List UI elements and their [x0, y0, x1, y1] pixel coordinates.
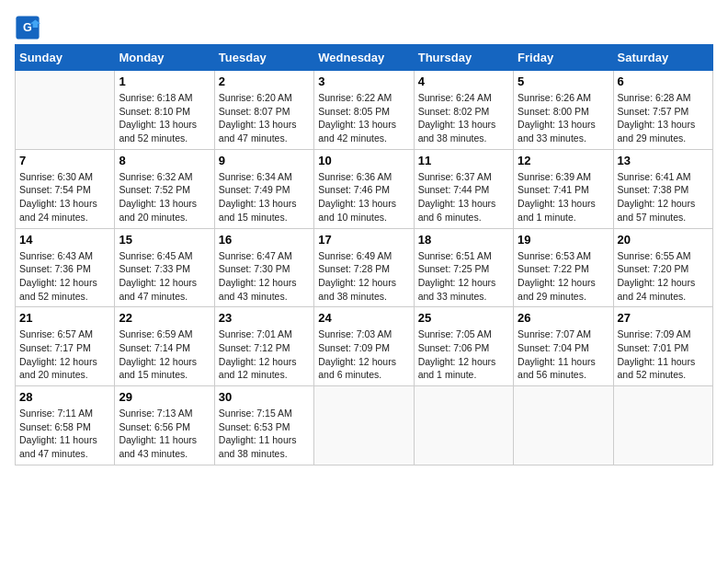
calendar-cell: 15Sunrise: 6:45 AM Sunset: 7:33 PM Dayli…	[115, 228, 214, 307]
calendar-cell: 24Sunrise: 7:03 AM Sunset: 7:09 PM Dayli…	[314, 307, 414, 386]
day-content: Sunrise: 6:24 AM Sunset: 8:02 PM Dayligh…	[418, 91, 509, 145]
day-content: Sunrise: 7:09 AM Sunset: 7:01 PM Dayligh…	[618, 327, 709, 382]
day-content: Sunrise: 6:41 AM Sunset: 7:38 PM Dayligh…	[618, 170, 709, 224]
calendar-cell: 3Sunrise: 6:22 AM Sunset: 8:05 PM Daylig…	[314, 71, 414, 150]
day-content: Sunrise: 6:53 AM Sunset: 7:22 PM Dayligh…	[518, 249, 609, 304]
day-content: Sunrise: 6:22 AM Sunset: 8:05 PM Dayligh…	[318, 91, 409, 145]
calendar-cell: 30Sunrise: 7:15 AM Sunset: 6:53 PM Dayli…	[214, 386, 313, 465]
day-content: Sunrise: 6:39 AM Sunset: 7:41 PM Dayligh…	[518, 170, 609, 224]
day-content: Sunrise: 7:15 AM Sunset: 6:53 PM Dayligh…	[219, 407, 310, 461]
calendar-cell: 26Sunrise: 7:07 AM Sunset: 7:04 PM Dayli…	[514, 307, 613, 386]
day-content: Sunrise: 6:30 AM Sunset: 7:54 PM Dayligh…	[19, 170, 110, 224]
day-content: Sunrise: 7:07 AM Sunset: 7:04 PM Dayligh…	[518, 327, 609, 382]
calendar-cell: 1Sunrise: 6:18 AM Sunset: 8:10 PM Daylig…	[115, 71, 214, 150]
day-number: 24	[318, 311, 409, 325]
day-number: 3	[318, 75, 409, 88]
calendar-cell	[613, 386, 712, 465]
day-content: Sunrise: 7:13 AM Sunset: 6:56 PM Dayligh…	[119, 407, 210, 461]
calendar-cell	[514, 386, 613, 465]
weekday-header-tuesday: Tuesday	[214, 45, 313, 71]
calendar-cell: 19Sunrise: 6:53 AM Sunset: 7:22 PM Dayli…	[514, 228, 613, 307]
day-content: Sunrise: 7:11 AM Sunset: 6:58 PM Dayligh…	[19, 407, 110, 461]
day-number: 15	[119, 233, 210, 247]
day-content: Sunrise: 6:49 AM Sunset: 7:28 PM Dayligh…	[318, 249, 409, 304]
day-number: 4	[418, 75, 509, 88]
calendar-cell: 13Sunrise: 6:41 AM Sunset: 7:38 PM Dayli…	[613, 149, 712, 228]
calendar-cell: 28Sunrise: 7:11 AM Sunset: 6:58 PM Dayli…	[16, 386, 115, 465]
day-number: 23	[219, 311, 310, 325]
calendar-week-row: 1Sunrise: 6:18 AM Sunset: 8:10 PM Daylig…	[16, 71, 713, 150]
day-content: Sunrise: 6:37 AM Sunset: 7:44 PM Dayligh…	[418, 170, 509, 224]
calendar-cell: 16Sunrise: 6:47 AM Sunset: 7:30 PM Dayli…	[214, 228, 313, 307]
weekday-header-friday: Friday	[514, 45, 613, 71]
day-content: Sunrise: 7:03 AM Sunset: 7:09 PM Dayligh…	[318, 327, 409, 382]
day-number: 19	[518, 233, 609, 247]
calendar-cell: 4Sunrise: 6:24 AM Sunset: 8:02 PM Daylig…	[414, 71, 513, 150]
day-content: Sunrise: 6:43 AM Sunset: 7:36 PM Dayligh…	[19, 249, 110, 304]
calendar-cell: 17Sunrise: 6:49 AM Sunset: 7:28 PM Dayli…	[314, 228, 414, 307]
day-content: Sunrise: 6:59 AM Sunset: 7:14 PM Dayligh…	[119, 327, 210, 382]
day-content: Sunrise: 7:01 AM Sunset: 7:12 PM Dayligh…	[219, 327, 310, 382]
day-number: 21	[19, 311, 110, 325]
calendar-cell: 7Sunrise: 6:30 AM Sunset: 7:54 PM Daylig…	[16, 149, 115, 228]
day-number: 2	[219, 75, 310, 88]
day-content: Sunrise: 7:05 AM Sunset: 7:06 PM Dayligh…	[418, 327, 509, 382]
day-content: Sunrise: 6:45 AM Sunset: 7:33 PM Dayligh…	[119, 249, 210, 304]
calendar-cell: 27Sunrise: 7:09 AM Sunset: 7:01 PM Dayli…	[613, 307, 712, 386]
logo: G	[15, 15, 42, 40]
weekday-header-monday: Monday	[115, 45, 214, 71]
calendar-cell: 12Sunrise: 6:39 AM Sunset: 7:41 PM Dayli…	[514, 149, 613, 228]
calendar-cell: 9Sunrise: 6:34 AM Sunset: 7:49 PM Daylig…	[214, 149, 313, 228]
day-content: Sunrise: 6:57 AM Sunset: 7:17 PM Dayligh…	[19, 327, 110, 382]
day-number: 11	[418, 154, 509, 167]
day-content: Sunrise: 6:55 AM Sunset: 7:20 PM Dayligh…	[618, 249, 709, 304]
calendar-cell	[16, 71, 115, 150]
calendar-cell: 6Sunrise: 6:28 AM Sunset: 7:57 PM Daylig…	[613, 71, 712, 150]
weekday-header-row: SundayMondayTuesdayWednesdayThursdayFrid…	[16, 45, 713, 71]
day-number: 12	[518, 154, 609, 167]
day-number: 17	[318, 233, 409, 247]
weekday-header-wednesday: Wednesday	[314, 45, 414, 71]
calendar-cell: 18Sunrise: 6:51 AM Sunset: 7:25 PM Dayli…	[414, 228, 513, 307]
calendar-cell: 29Sunrise: 7:13 AM Sunset: 6:56 PM Dayli…	[115, 386, 214, 465]
calendar-cell: 2Sunrise: 6:20 AM Sunset: 8:07 PM Daylig…	[214, 71, 313, 150]
day-number: 7	[19, 154, 110, 167]
day-content: Sunrise: 6:34 AM Sunset: 7:49 PM Dayligh…	[219, 170, 310, 224]
day-number: 13	[618, 154, 709, 167]
day-number: 29	[119, 390, 210, 404]
calendar-cell: 23Sunrise: 7:01 AM Sunset: 7:12 PM Dayli…	[214, 307, 313, 386]
calendar-week-row: 7Sunrise: 6:30 AM Sunset: 7:54 PM Daylig…	[16, 149, 713, 228]
day-number: 26	[518, 311, 609, 325]
day-number: 6	[618, 75, 709, 88]
logo-icon: G	[15, 15, 40, 40]
calendar-cell	[314, 386, 414, 465]
day-number: 25	[418, 311, 509, 325]
day-content: Sunrise: 6:32 AM Sunset: 7:52 PM Dayligh…	[119, 170, 210, 224]
weekday-header-thursday: Thursday	[414, 45, 513, 71]
calendar-cell: 20Sunrise: 6:55 AM Sunset: 7:20 PM Dayli…	[613, 228, 712, 307]
day-content: Sunrise: 6:26 AM Sunset: 8:00 PM Dayligh…	[518, 91, 609, 145]
calendar-cell: 25Sunrise: 7:05 AM Sunset: 7:06 PM Dayli…	[414, 307, 513, 386]
calendar-week-row: 21Sunrise: 6:57 AM Sunset: 7:17 PM Dayli…	[16, 307, 713, 386]
weekday-header-saturday: Saturday	[613, 45, 712, 71]
calendar-table: SundayMondayTuesdayWednesdayThursdayFrid…	[15, 44, 713, 465]
day-number: 5	[518, 75, 609, 88]
day-content: Sunrise: 6:28 AM Sunset: 7:57 PM Dayligh…	[618, 91, 709, 145]
day-number: 28	[19, 390, 110, 404]
calendar-cell: 8Sunrise: 6:32 AM Sunset: 7:52 PM Daylig…	[115, 149, 214, 228]
day-number: 14	[19, 233, 110, 247]
weekday-header-sunday: Sunday	[16, 45, 115, 71]
day-number: 20	[618, 233, 709, 247]
calendar-cell: 10Sunrise: 6:36 AM Sunset: 7:46 PM Dayli…	[314, 149, 414, 228]
calendar-cell: 22Sunrise: 6:59 AM Sunset: 7:14 PM Dayli…	[115, 307, 214, 386]
day-number: 16	[219, 233, 310, 247]
day-content: Sunrise: 6:36 AM Sunset: 7:46 PM Dayligh…	[318, 170, 409, 224]
day-content: Sunrise: 6:51 AM Sunset: 7:25 PM Dayligh…	[418, 249, 509, 304]
day-content: Sunrise: 6:47 AM Sunset: 7:30 PM Dayligh…	[219, 249, 310, 304]
calendar-week-row: 28Sunrise: 7:11 AM Sunset: 6:58 PM Dayli…	[16, 386, 713, 465]
day-number: 10	[318, 154, 409, 167]
day-number: 9	[219, 154, 310, 167]
calendar-cell	[414, 386, 513, 465]
day-number: 1	[119, 75, 210, 88]
day-number: 22	[119, 311, 210, 325]
